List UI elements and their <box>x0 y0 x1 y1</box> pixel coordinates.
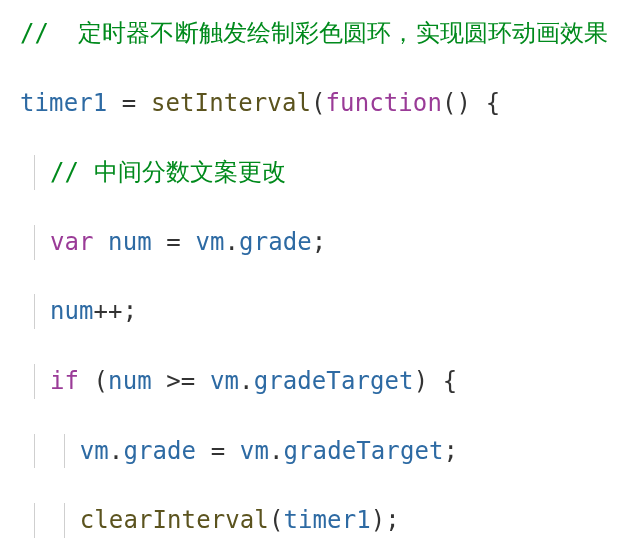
code-line: var num = vm.grade; <box>20 225 620 260</box>
operator: = <box>107 89 151 117</box>
brace: { <box>471 89 500 117</box>
code-line: clearInterval(timer1); <box>20 503 620 538</box>
operator: = <box>152 228 196 256</box>
ident-num: num <box>108 228 152 256</box>
dot: . <box>239 367 254 395</box>
code-line: if (num >= vm.gradeTarget) { <box>20 364 620 399</box>
paren: ) { <box>414 367 458 395</box>
paren: ( <box>79 367 108 395</box>
dot: . <box>269 437 284 465</box>
comment: // 中间分数文案更改 <box>50 158 286 186</box>
semi: ; <box>444 437 459 465</box>
code-block: // 定时器不断触发绘制彩色圆环，实现圆环动画效果 timer1 = setIn… <box>20 16 620 551</box>
fn-clearInterval: clearInterval <box>80 506 269 534</box>
ident-num: num <box>108 367 152 395</box>
kw-var: var <box>50 228 94 256</box>
paren: ( <box>269 506 284 534</box>
kw-if: if <box>50 367 79 395</box>
code-line: num++; <box>20 294 620 329</box>
paren: () <box>442 89 471 117</box>
code-line: // 定时器不断触发绘制彩色圆环，实现圆环动画效果 <box>20 16 620 51</box>
dot: . <box>225 228 240 256</box>
space <box>94 228 109 256</box>
ident-timer1: timer1 <box>20 89 107 117</box>
code-line: timer1 = setInterval(function() { <box>20 86 620 121</box>
operator: ++; <box>94 297 138 325</box>
ident-grade: grade <box>239 228 312 256</box>
ident-num: num <box>50 297 94 325</box>
ident-grade: grade <box>123 437 196 465</box>
ident-vm: vm <box>240 437 269 465</box>
kw-function: function <box>326 89 442 117</box>
operator: >= <box>152 367 210 395</box>
ident-gradeTarget: gradeTarget <box>254 367 414 395</box>
paren: ); <box>371 506 400 534</box>
ident-gradeTarget: gradeTarget <box>284 437 444 465</box>
ident-vm: vm <box>80 437 109 465</box>
ident-vm: vm <box>210 367 239 395</box>
ident-timer1: timer1 <box>283 506 370 534</box>
ident-vm: vm <box>195 228 224 256</box>
operator: = <box>196 437 240 465</box>
fn-setInterval: setInterval <box>151 89 311 117</box>
dot: . <box>109 437 124 465</box>
semi: ; <box>312 228 327 256</box>
code-line: // 中间分数文案更改 <box>20 155 620 190</box>
paren: ( <box>311 89 326 117</box>
comment: // 定时器不断触发绘制彩色圆环，实现圆环动画效果 <box>20 19 608 47</box>
code-line: vm.grade = vm.gradeTarget; <box>20 434 620 469</box>
